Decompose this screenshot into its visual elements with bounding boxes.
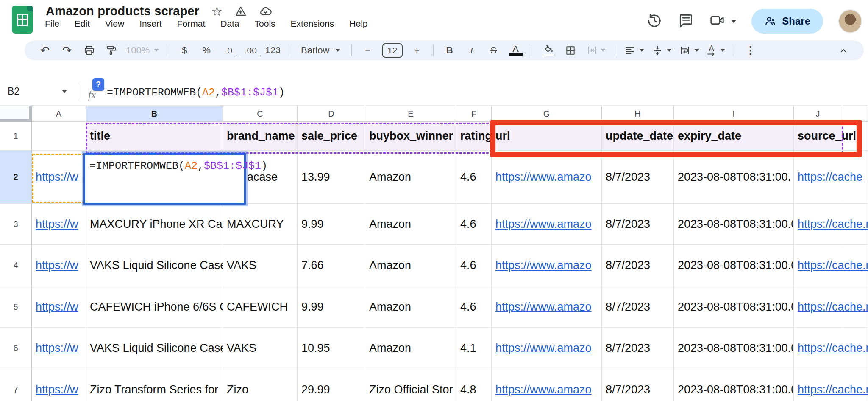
cell-H6[interactable]: 8/7/2023 xyxy=(602,328,674,369)
cell-F6[interactable]: 4.1 xyxy=(456,328,492,369)
collapse-toolbar-icon[interactable] xyxy=(836,45,851,56)
cell-A6[interactable]: https://w xyxy=(32,328,86,369)
version-history-icon[interactable] xyxy=(646,12,662,30)
strikethrough-button[interactable]: S xyxy=(487,45,501,56)
cell-G4[interactable]: https://www.amazo xyxy=(492,245,602,286)
borders-button[interactable] xyxy=(563,45,578,56)
cell-C7[interactable]: Zizo xyxy=(223,369,298,401)
increase-decimal-button[interactable]: .00→ xyxy=(243,45,258,56)
name-box-caret[interactable] xyxy=(62,90,67,93)
cell-H7[interactable]: 8/7/2023 xyxy=(602,369,674,401)
cell-B6[interactable]: VAKS Liquid Silicone Case xyxy=(86,328,223,369)
cell-J5[interactable]: https://cache.nd xyxy=(794,286,842,328)
menu-tools[interactable]: Tools xyxy=(255,19,275,29)
cell-A4[interactable]: https://w xyxy=(32,245,86,286)
row-header-4[interactable]: 4 xyxy=(0,245,32,286)
cell-J6[interactable]: https://cache.nd xyxy=(794,328,842,369)
cell-B3[interactable]: MAXCURY iPhone XR Case xyxy=(86,204,223,245)
cell-H3[interactable]: 8/7/2023 xyxy=(602,204,674,245)
cell-H2[interactable]: 8/7/2023 xyxy=(602,151,674,204)
cell-I4[interactable]: 2023-08-08T08:31:00.000 xyxy=(674,245,794,286)
cell-E5[interactable]: Amazon xyxy=(365,286,456,328)
cell-A7[interactable]: https://w xyxy=(32,369,86,401)
select-all-corner[interactable] xyxy=(0,106,32,122)
cell-I6[interactable]: 2023-08-08T08:31:00.000 xyxy=(674,328,794,369)
cell-E4[interactable]: Amazon xyxy=(365,245,456,286)
menu-extensions[interactable]: Extensions xyxy=(291,19,334,29)
cell-B4[interactable]: VAKS Liquid Silicone Case xyxy=(86,245,223,286)
cell-G7[interactable]: https://www.amazo xyxy=(492,369,602,401)
cell-E3[interactable]: Amazon xyxy=(365,204,456,245)
cell-F7[interactable]: 4.8 xyxy=(456,369,492,401)
cell-D6[interactable]: 10.95 xyxy=(298,328,365,369)
cell-D7[interactable]: 29.99 xyxy=(298,369,365,401)
text-color-button[interactable]: A xyxy=(509,45,523,56)
cell-B5[interactable]: CAFEWICH iPhone 6/6S C xyxy=(86,286,223,328)
cell-I5[interactable]: 2023-08-08T08:31:00.000 xyxy=(674,286,794,328)
print-icon[interactable] xyxy=(82,45,96,56)
cell-H4[interactable]: 8/7/2023 xyxy=(602,245,674,286)
cell-F5[interactable]: 4.6 xyxy=(456,286,492,328)
cell-G5[interactable]: https://www.amazo xyxy=(492,286,602,328)
cell-J7[interactable]: https://cache.nd xyxy=(794,369,842,401)
cell-D3[interactable]: 9.99 xyxy=(298,204,365,245)
font-selector[interactable]: Barlow xyxy=(295,45,346,56)
font-size-input[interactable]: 12 xyxy=(382,43,403,58)
move-folder-icon[interactable] xyxy=(234,5,247,18)
cell-G6[interactable]: https://www.amazo xyxy=(492,328,602,369)
row-header-3[interactable]: 3 xyxy=(0,204,32,245)
cell-A3[interactable]: https://w xyxy=(32,204,86,245)
vertical-align-button[interactable] xyxy=(652,45,672,56)
cell-G3[interactable]: https://www.amazo xyxy=(492,204,602,245)
name-box[interactable]: B2 xyxy=(8,86,19,97)
row-header-6[interactable]: 6 xyxy=(0,328,32,369)
cell-F4[interactable]: 4.6 xyxy=(456,245,492,286)
cell-H5[interactable]: 8/7/2023 xyxy=(602,286,674,328)
cell-J4[interactable]: https://cache.nd xyxy=(794,245,842,286)
cell-E6[interactable]: Amazon xyxy=(365,328,456,369)
star-icon[interactable]: ☆ xyxy=(211,5,223,18)
menu-help[interactable]: Help xyxy=(349,19,367,29)
cell-D2[interactable]: 13.99 xyxy=(298,151,365,204)
cell-F2[interactable]: 4.6 xyxy=(456,151,492,204)
sheets-logo[interactable] xyxy=(12,6,33,34)
text-rotation-button[interactable]: A xyxy=(707,45,725,56)
row-header-2[interactable]: 2 xyxy=(0,151,32,204)
redo-icon[interactable]: ↷ xyxy=(60,44,74,57)
row-header-7[interactable]: 7 xyxy=(0,369,32,401)
cell-C4[interactable]: VAKS xyxy=(223,245,298,286)
row-header-1[interactable]: 1 xyxy=(0,122,32,151)
undo-icon[interactable]: ↶ xyxy=(38,44,52,57)
format-currency-button[interactable]: $ xyxy=(177,45,192,56)
decrease-decimal-button[interactable]: .0← xyxy=(221,45,236,56)
row-header-5[interactable]: 5 xyxy=(0,286,32,328)
cell-C3[interactable]: MAXCURY xyxy=(223,204,298,245)
meet-video-icon[interactable] xyxy=(709,12,725,30)
cell-A1[interactable] xyxy=(32,122,86,151)
cell-I7[interactable]: 2023-08-08T08:31:00.000 xyxy=(674,369,794,401)
paint-format-icon[interactable] xyxy=(104,45,118,56)
column-header-F[interactable]: F xyxy=(456,106,492,122)
more-options-button[interactable]: ⋮ xyxy=(743,44,758,56)
decrease-font-size-button[interactable]: − xyxy=(361,45,375,56)
comments-icon[interactable] xyxy=(678,12,694,30)
fill-color-button[interactable] xyxy=(541,45,556,56)
cell-C6[interactable]: VAKS xyxy=(223,328,298,369)
menu-view[interactable]: View xyxy=(105,19,124,29)
share-button[interactable]: Share xyxy=(751,9,823,34)
formula-input[interactable]: =IMPORTFROMWEB(A2,$B$1:$J$1) xyxy=(107,87,285,99)
column-header-C[interactable]: C xyxy=(223,106,298,122)
column-header-A[interactable]: A xyxy=(32,106,86,122)
bold-button[interactable]: B xyxy=(442,45,457,56)
document-status-cloud-icon[interactable] xyxy=(259,5,273,18)
user-avatar[interactable] xyxy=(838,9,862,33)
cell-E2[interactable]: Amazon xyxy=(365,151,456,204)
cell-I2[interactable]: 2023-08-08T08:31:00. xyxy=(674,151,794,204)
cell-A5[interactable]: https://w xyxy=(32,286,86,328)
horizontal-align-button[interactable] xyxy=(624,45,644,56)
menu-insert[interactable]: Insert xyxy=(139,19,162,29)
text-wrap-button[interactable] xyxy=(679,45,699,56)
column-header-B[interactable]: B xyxy=(86,106,223,122)
cell-D4[interactable]: 7.66 xyxy=(298,245,365,286)
column-header-D[interactable]: D xyxy=(298,106,365,122)
